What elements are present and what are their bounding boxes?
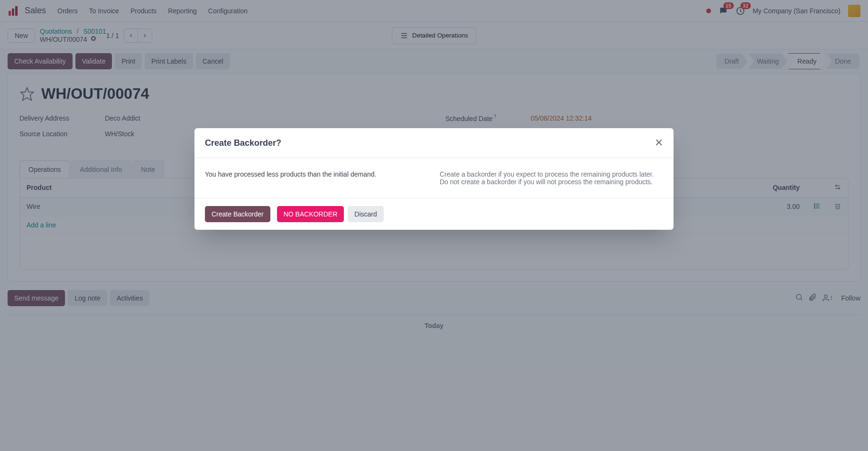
modal-message-right: Create a backorder if you expect to proc…: [440, 170, 663, 186]
modal-message-left: You have processed less products than th…: [205, 170, 428, 186]
modal-title: Create Backorder?: [205, 138, 281, 148]
close-icon[interactable]: ✕: [655, 137, 663, 149]
modal-overlay[interactable]: Create Backorder? ✕ You have processed l…: [0, 0, 868, 451]
backorder-modal: Create Backorder? ✕ You have processed l…: [194, 128, 674, 230]
discard-button[interactable]: Discard: [348, 206, 383, 222]
create-backorder-button[interactable]: Create Backorder: [205, 206, 270, 222]
no-backorder-button[interactable]: NO BACKORDER: [277, 206, 344, 222]
